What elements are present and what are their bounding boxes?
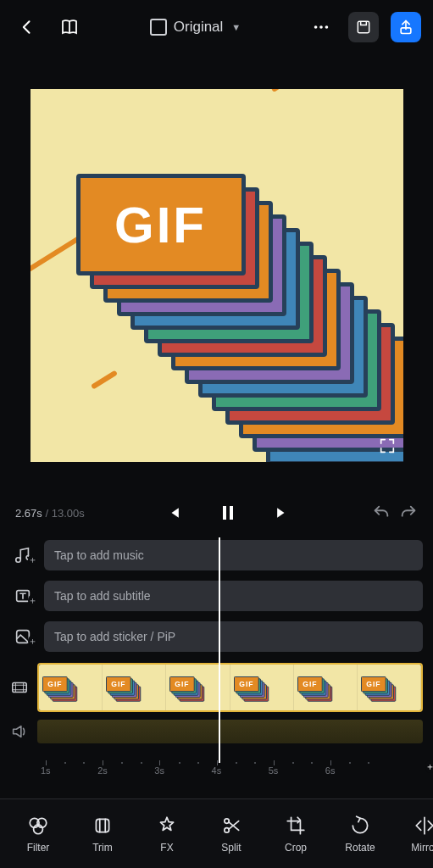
share-icon	[397, 19, 414, 36]
fullscreen-button[interactable]	[378, 437, 397, 455]
preview-area: GIF	[0, 54, 433, 493]
redo-button[interactable]	[399, 504, 418, 522]
fx-tool[interactable]: FX	[137, 815, 197, 854]
clip-thumbnail: GIF	[39, 665, 103, 710]
fx-icon	[156, 815, 178, 837]
timeline: ＋ Tap to add music ＋ Tap to add subtitle…	[0, 537, 433, 771]
more-button[interactable]	[306, 12, 336, 42]
add-music-button[interactable]: ＋	[10, 546, 36, 565]
film-icon	[10, 678, 29, 697]
aspect-label: Original	[174, 19, 224, 36]
clip-thumbnail: GIF	[230, 665, 294, 710]
clip-thumbnail: GIF	[294, 665, 358, 710]
svg-point-1	[319, 25, 323, 29]
next-frame-button[interactable]	[274, 504, 291, 521]
share-button[interactable]	[391, 12, 421, 42]
tool-label: Split	[221, 842, 241, 854]
filter-tool[interactable]: Filter	[8, 815, 68, 854]
clip-thumbnail: GIF	[166, 665, 230, 710]
aspect-ratio-selector[interactable]: Original ▼	[150, 19, 241, 36]
add-clip-button[interactable]: ＋	[10, 678, 29, 697]
caret-down-icon: ▼	[231, 22, 241, 32]
pause-button[interactable]	[218, 503, 238, 523]
pause-icon	[218, 503, 238, 523]
add-subtitle-button[interactable]: ＋	[10, 587, 36, 605]
back-button[interactable]	[12, 12, 42, 42]
tool-label: Trim	[92, 842, 113, 854]
clip-thumbnail: GIF	[103, 665, 166, 710]
gif-label: GIF	[114, 196, 207, 254]
redo-icon	[399, 504, 418, 522]
trim-tool[interactable]: Trim	[73, 815, 132, 854]
gif-card-stack: GIF	[76, 174, 403, 462]
expand-icon	[378, 437, 397, 455]
tool-label: Rotate	[345, 842, 375, 854]
bottom-toolbar: FilterTrimFXSplitCropRotateMirror	[0, 798, 433, 868]
svg-point-2	[325, 25, 329, 29]
split-icon	[220, 815, 242, 837]
svg-rect-3	[358, 21, 369, 32]
svg-rect-14	[96, 819, 108, 832]
decor-line	[270, 89, 324, 92]
video-track-row: ＋ 0.00s GIFGIFGIFGIFGIFGIF	[0, 661, 433, 714]
svg-rect-10	[13, 683, 27, 693]
svg-rect-6	[230, 506, 233, 520]
subtitle-placeholder: Tap to add subtitle	[54, 589, 151, 603]
crop-tool[interactable]: Crop	[266, 815, 325, 854]
filter-icon	[27, 815, 49, 837]
duration: 13.00s	[52, 507, 85, 520]
video-clip[interactable]: 0.00s GIFGIFGIFGIFGIFGIF	[37, 663, 423, 712]
video-preview[interactable]: GIF	[31, 89, 403, 462]
library-button[interactable]	[54, 12, 85, 42]
prev-frame-button[interactable]	[165, 504, 182, 521]
skip-previous-icon	[165, 504, 182, 521]
sticker-track-row: ＋ Tap to add sticker / PiP	[0, 619, 433, 654]
skip-next-icon	[274, 504, 291, 521]
rotate-tool[interactable]: Rotate	[330, 815, 390, 854]
playback-bar: 2.67s / 13.00s	[0, 493, 433, 532]
volume-icon	[10, 722, 29, 741]
music-placeholder: Tap to add music	[54, 548, 144, 562]
svg-point-0	[314, 25, 318, 29]
ellipsis-icon	[312, 18, 330, 36]
playhead[interactable]	[219, 537, 220, 763]
tool-label: Mirror	[411, 842, 433, 854]
save-icon	[355, 19, 372, 36]
mute-button[interactable]	[10, 722, 29, 741]
tool-label: Crop	[285, 842, 307, 854]
top-bar: Original ▼	[0, 0, 433, 54]
sticker-track[interactable]: Tap to add sticker / PiP	[44, 621, 423, 652]
rotate-icon	[349, 815, 371, 837]
crop-icon	[285, 815, 307, 837]
subtitle-track-row: ＋ Tap to add subtitle	[0, 578, 433, 614]
mirror-tool[interactable]: Mirror	[395, 815, 433, 854]
audio-track-row	[0, 717, 433, 746]
svg-rect-5	[223, 506, 226, 520]
subtitle-track[interactable]: Tap to add subtitle	[44, 581, 423, 611]
tool-label: FX	[160, 842, 173, 854]
clip-thumbnail: GIF	[358, 665, 421, 710]
square-icon	[150, 19, 167, 36]
current-time: 2.67s	[15, 507, 42, 520]
add-sticker-button[interactable]: ＋	[10, 627, 36, 646]
split-tool[interactable]: Split	[202, 815, 261, 854]
audio-waveform[interactable]	[37, 720, 423, 743]
sticker-placeholder: Tap to add sticker / PiP	[54, 630, 175, 643]
book-icon	[59, 17, 80, 37]
chevron-left-icon	[19, 19, 36, 36]
save-button[interactable]	[348, 12, 379, 42]
undo-button[interactable]	[372, 504, 391, 522]
time-display: 2.67s / 13.00s	[15, 507, 85, 520]
tool-label: Filter	[27, 842, 50, 854]
mirror-icon	[414, 815, 433, 837]
trim-icon	[92, 815, 114, 837]
music-track[interactable]: Tap to add music	[44, 540, 423, 570]
time-ruler[interactable]: 1s2s3s4s5s6s	[0, 746, 433, 768]
undo-icon	[372, 504, 391, 522]
music-track-row: ＋ Tap to add music	[0, 537, 433, 573]
